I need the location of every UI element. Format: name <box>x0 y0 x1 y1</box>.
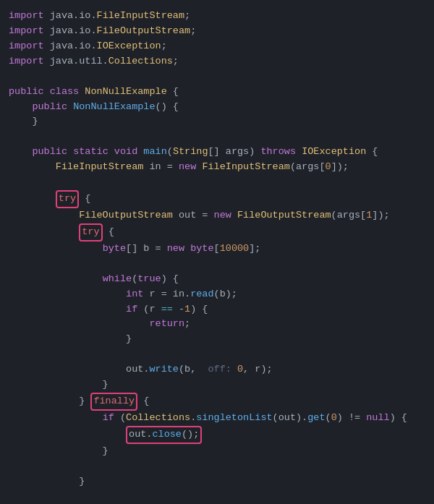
code-line-18: while(true) { <box>0 272 434 287</box>
code-line-4: import java.util.Collections; <box>0 54 434 69</box>
code-line-15: try { <box>0 223 434 242</box>
code-line-22: } <box>0 332 434 347</box>
code-editor: import java.io.FileInputStream; import j… <box>0 6 434 504</box>
code-line-27: if (Collections.singletonList(out).get(0… <box>0 411 434 426</box>
code-line-21: return; <box>0 317 434 332</box>
code-line-11: FileInputStream in = new FileInputStream… <box>0 160 434 175</box>
code-line-20: if (r == -1) { <box>0 302 434 317</box>
code-line-10: public static void main(String[] args) t… <box>0 145 434 160</box>
code-line-25: } <box>0 377 434 393</box>
code-line-5 <box>0 69 434 85</box>
code-line-17 <box>0 257 434 272</box>
code-line-26: } finally { <box>0 393 434 411</box>
code-line-1: import java.io.FileInputStream; <box>0 9 434 24</box>
code-line-7: public NonNullExample() { <box>0 100 434 115</box>
code-line-30 <box>0 459 434 474</box>
code-line-23 <box>0 347 434 362</box>
code-line-13: try { <box>0 190 434 208</box>
code-line-2: import java.io.FileOutputStream; <box>0 24 434 39</box>
code-line-9 <box>0 129 434 145</box>
code-line-12 <box>0 175 434 190</box>
code-line-8: } <box>0 114 434 129</box>
code-line-16: byte[] b = new byte[10000]; <box>0 242 434 257</box>
code-line-3: import java.io.IOException; <box>0 39 434 54</box>
code-line-19: int r = in.read(b); <box>0 287 434 302</box>
code-line-6: public class NonNullExample { <box>0 85 434 100</box>
code-line-31: } <box>0 474 434 490</box>
code-line-28: out.close(); <box>0 426 434 444</box>
code-line-32 <box>0 490 434 504</box>
code-line-29: } <box>0 444 434 459</box>
code-line-14: FileOutputStream out = new FileOutputStr… <box>0 208 434 223</box>
code-line-24: out.write(b, off: 0, r); <box>0 362 434 377</box>
